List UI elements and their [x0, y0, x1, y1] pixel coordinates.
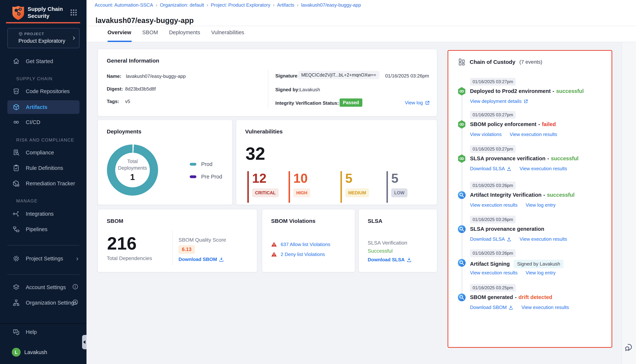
view-violations-link[interactable]: View violations: [470, 132, 502, 137]
download-sbom-link[interactable]: Download SBOM: [470, 304, 513, 310]
breadcrumb-link-project[interactable]: Project: Product Exploratory: [211, 2, 270, 8]
pipeline-hexagon-icon: [458, 87, 466, 96]
breadcrumb: Account: Automation-SSCA › Organization:…: [94, 2, 361, 8]
sidebar-collapse-handle[interactable]: [82, 335, 86, 349]
severity-badge: CRITICAL: [252, 188, 278, 197]
sidebar-divider: [7, 245, 80, 246]
tags-label: Tags:: [107, 99, 119, 104]
breadcrumb-link-account[interactable]: Account: Automation-SSCA: [94, 2, 153, 8]
card-title: SBOM: [107, 218, 123, 224]
sidebar-item-compliance[interactable]: Compliance: [0, 147, 86, 158]
sidebar-item-account-settings[interactable]: Account Settings: [0, 282, 86, 293]
view-execution-results-link[interactable]: View execution results: [520, 166, 567, 172]
event-title: Artifact Signing: [470, 261, 510, 267]
signature-value[interactable]: MEQCICde2VjIT...bL+2+mqnOXw==: [298, 71, 380, 79]
sidebar-item-rule-definitions[interactable]: Rule Definitions: [0, 162, 86, 174]
info-icon[interactable]: [72, 284, 78, 291]
card-title: Vulnerabilities: [245, 128, 283, 135]
name-value: lavakush07/easy-buggy-app: [126, 74, 186, 79]
sidebar-item-artifacts[interactable]: Artifacts: [7, 100, 80, 114]
download-icon: [507, 237, 512, 242]
event-status: successful: [556, 88, 584, 94]
view-deployment-details-link[interactable]: View deployment details: [470, 98, 528, 104]
home-icon: [12, 57, 20, 65]
breadcrumb-link-organization[interactable]: Organization: default: [160, 2, 204, 8]
sidebar-item-integrations[interactable]: Integrations: [0, 208, 86, 219]
sidebar-item-help[interactable]: Help: [0, 326, 86, 338]
pipeline-hexagon-icon: [458, 154, 466, 163]
severity-low: 5 LOW: [386, 171, 408, 203]
download-sbom-link[interactable]: Download SBOM: [178, 256, 224, 262]
severity-badge: HIGH: [293, 188, 310, 197]
sidebar-item-organization-settings[interactable]: Organization Settings: [0, 297, 86, 308]
view-log-entry-link[interactable]: View log entry: [526, 202, 556, 208]
sidebar-item-get-started[interactable]: Get Started: [0, 56, 86, 67]
layers-icon: [12, 283, 20, 291]
view-execution-results-link[interactable]: View execution results: [510, 132, 557, 137]
download-icon: [508, 305, 513, 310]
sidebar-bottom-divider: [0, 323, 86, 324]
collapse-arrow-icon: [83, 340, 86, 344]
deny-list-violations-link[interactable]: 2 Deny list Violations: [281, 252, 325, 257]
artifact-scan-icon: [458, 225, 466, 233]
project-name: Product Exploratory: [18, 38, 65, 44]
sbom-quality-score-label: SBOM Quality Score: [178, 237, 226, 243]
vulnerabilities-card: Vulnerabilities 32 12 CRITICAL 10 HIGH 5…: [236, 120, 437, 205]
card-vertical-divider: [268, 70, 268, 108]
tab-sbom[interactable]: SBOM: [142, 30, 158, 37]
tab-overview[interactable]: Overview: [108, 30, 131, 37]
chain-event-2: 01/16/2025 03:27pm SBOM policy enforceme…: [448, 111, 612, 119]
view-execution-results-link[interactable]: View execution results: [470, 202, 518, 208]
status-badge-passed: Passed: [340, 98, 362, 107]
tab-deployments[interactable]: Deployments: [169, 30, 200, 37]
severity-count: 10: [293, 171, 310, 186]
severity-high: 10 HIGH: [288, 171, 310, 203]
sitemap-icon: [458, 58, 466, 66]
legend-item-pre-prod: Pre Prod 0: [190, 174, 230, 180]
feedback-chat-icon[interactable]: [624, 342, 634, 352]
allow-list-violations-link[interactable]: 637 Allow list Violations: [281, 242, 330, 247]
view-log-entry-link[interactable]: View log entry: [526, 270, 556, 276]
breadcrumb-separator: ›: [156, 2, 157, 8]
breadcrumb-link-artifacts[interactable]: Artifacts: [277, 2, 294, 8]
cube-icon: [18, 32, 23, 36]
view-execution-results-link[interactable]: View execution results: [521, 304, 569, 310]
tab-bar: Overview SBOM Deployments Vulnerabilitie…: [108, 30, 244, 37]
project-selector[interactable]: PROJECT Product Exploratory ›: [7, 28, 80, 48]
sidebar-item-remediation-tracker[interactable]: Remediation Tracker: [0, 178, 86, 189]
chain-event-7: 01/16/2025 03:25pm SBOM generated - drif…: [448, 284, 612, 292]
sidebar-divider: [7, 274, 80, 275]
event-timestamp: 01/16/2025 03:25pm: [470, 284, 516, 292]
project-label: PROJECT: [18, 32, 44, 36]
download-icon: [219, 257, 224, 262]
sidebar: Supply Chain Security PROJECT Product Ex…: [0, 0, 86, 364]
slsa-verification-status: Successful: [368, 248, 392, 254]
download-slsa-link[interactable]: Download SLSA: [368, 257, 412, 262]
sbom-quality-score-value: 6.13: [178, 245, 195, 254]
sidebar-item-code-repositories[interactable]: Code Repositories: [0, 86, 86, 97]
deny-list-violations-row: 2 Deny list Violations: [271, 252, 325, 257]
view-log-link[interactable]: View log: [405, 100, 430, 106]
event-timestamp: 01/16/2025 03:26pm: [470, 216, 516, 224]
external-link-icon: [425, 100, 430, 106]
download-icon: [507, 166, 512, 171]
info-icon[interactable]: [72, 299, 78, 306]
digest-label: Digest:: [107, 86, 123, 92]
artifact-scan-icon: [458, 258, 466, 267]
view-execution-results-link[interactable]: View execution results: [520, 236, 567, 242]
sidebar-user[interactable]: L Lavakush: [0, 347, 86, 358]
event-timestamp: 01/16/2025 03:27pm: [470, 111, 516, 119]
download-slsa-link[interactable]: Download SLSA: [470, 166, 512, 172]
breadcrumb-link-current[interactable]: lavakush07/easy-buggy-app: [301, 2, 361, 8]
tab-vulnerabilities[interactable]: Vulnerabilities: [211, 30, 244, 37]
sidebar-section-supply-chain: SUPPLY CHAIN: [16, 75, 53, 82]
download-slsa-link[interactable]: Download SLSA: [470, 236, 512, 242]
sidebar-item-pipelines[interactable]: Pipelines: [0, 224, 86, 235]
view-execution-results-link[interactable]: View execution results: [470, 270, 518, 276]
sidebar-item-project-settings[interactable]: Project Settings ›: [0, 253, 86, 264]
chain-event-1: 01/16/2025 03:27pm Deployed to Prod2 env…: [448, 78, 612, 86]
module-grid-icon[interactable]: [70, 8, 78, 16]
sidebar-item-cicd[interactable]: CI/CD: [0, 117, 86, 128]
cube-icon: [12, 103, 20, 111]
event-status: successful: [547, 192, 574, 198]
